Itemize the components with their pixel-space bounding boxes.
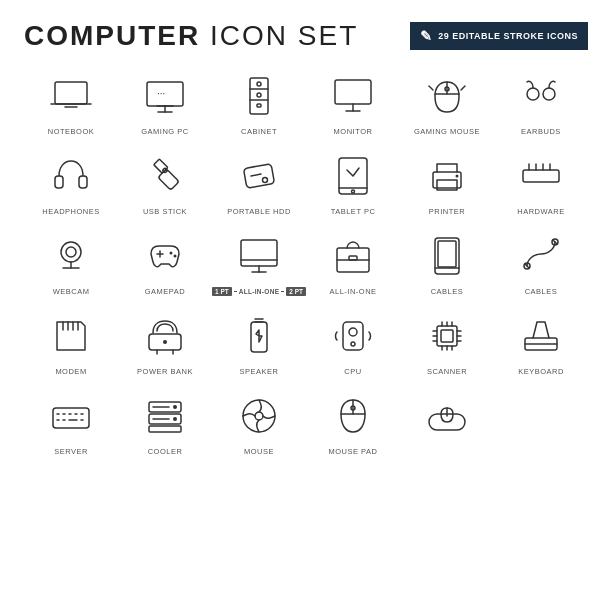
svg-point-43 [61,242,81,262]
svg-rect-38 [523,170,559,182]
svg-point-108 [173,405,177,409]
svg-rect-27 [154,159,168,173]
icon-cpu: SCANNER [400,310,494,376]
icon-label: TABLET PC [331,207,376,216]
icon-modem: POWER BANK [118,310,212,376]
icon-hardware: HARDWARE [494,150,588,216]
svg-point-113 [255,412,263,420]
icon-label: CABINET [241,127,277,136]
icon-tablet-case: CABLES [400,230,494,296]
svg-rect-14 [335,80,371,104]
icon-headphones: HEADPHONES [24,150,118,216]
icon-earbuds: EARBUDS [494,70,588,136]
icon-memory-card: MODEM [24,310,118,376]
svg-line-21 [461,86,465,90]
icon-label: ALL-IN-ONE [329,287,376,296]
svg-rect-0 [55,82,87,104]
icon-label: CPU [344,367,361,376]
icon-label: HARDWARE [517,207,564,216]
icon-all-in-one: 1 PT ALL-IN-ONE 2 PT [212,230,306,296]
icon-label: POWER BANK [137,367,193,376]
icon-label: MONITOR [334,127,373,136]
icon-printer: PRINTER [400,150,494,216]
icon-portable-hdd: PORTABLE HDD [212,150,306,216]
svg-rect-107 [149,426,181,432]
svg-point-77 [349,328,357,336]
svg-point-11 [257,82,261,86]
svg-rect-59 [438,241,456,267]
page-title: COMPUTER ICON SET [24,20,358,52]
svg-rect-95 [53,408,89,428]
svg-point-31 [263,178,268,183]
icon-cabinet: CABINET [212,70,306,136]
svg-point-34 [352,190,355,193]
icon-label: PORTABLE HDD [227,207,291,216]
icon-label: MOUSE PAD [329,447,378,456]
icon-label: CABLES [525,287,558,296]
svg-rect-51 [241,240,277,266]
svg-rect-79 [437,326,457,346]
icon-notebook: NOTEBOOK [24,70,118,136]
icon-usb-stick: USB STICK [118,150,212,216]
pts-row: 1 PT ALL-IN-ONE 2 PT [212,287,306,296]
icon-label: NOTEBOOK [48,127,95,136]
icon-label: SPEAKER [240,367,279,376]
icon-gamepad: GAMEPAD [118,230,212,296]
icon-monitor: MONITOR [306,70,400,136]
svg-point-50 [174,255,177,258]
svg-rect-25 [79,176,87,188]
icon-label: KEYBOARD [518,367,564,376]
icon-keyboard: SERVER [24,390,118,456]
icon-mouse: MOUSE PAD [306,390,400,456]
icon-gaming-pc: ··· GAMING PC [118,70,212,136]
icon-power-bank: SPEAKER [212,310,306,376]
icon-server: COOLER [118,390,212,456]
icon-mouse-pad [400,390,494,456]
icon-cooler: MOUSE [212,390,306,456]
icon-webcam: WEBCAM [24,230,118,296]
svg-point-37 [456,175,459,178]
svg-point-49 [170,252,173,255]
icon-laptop-bag: ALL-IN-ONE [306,230,400,296]
header: COMPUTER ICON SET ✎ 29 EDITABLE STROKE I… [24,20,588,52]
icon-label: EARBUDS [521,127,561,136]
svg-rect-13 [257,104,261,107]
svg-point-44 [66,247,76,257]
icon-label: SERVER [54,447,88,456]
icon-label: COOLER [148,447,183,456]
svg-point-112 [243,400,275,432]
icon-tablet-pc: TABLET PC [306,150,400,216]
icon-label: MODEM [55,367,86,376]
icon-label: PRINTER [429,207,465,216]
icon-scanner: KEYBOARD [494,310,588,376]
icon-label: USB STICK [143,207,187,216]
icon-label: MOUSE [244,447,274,456]
svg-point-72 [163,340,167,344]
svg-line-30 [251,174,261,176]
svg-rect-24 [55,176,63,188]
svg-rect-80 [441,330,453,342]
icon-label: SCANNER [427,367,467,376]
icon-label: CABLES [431,287,464,296]
svg-text:···: ··· [157,88,165,99]
svg-rect-29 [243,164,274,189]
badge: ✎ 29 EDITABLE STROKE ICONS [410,22,588,50]
svg-point-78 [351,342,355,346]
svg-point-23 [543,88,555,100]
svg-point-109 [173,417,177,421]
icon-label: GAMEPAD [145,287,185,296]
page: COMPUTER ICON SET ✎ 29 EDITABLE STROKE I… [0,0,612,612]
icon-gaming-mouse: GAMING MOUSE [400,70,494,136]
badge-text: 29 EDITABLE STROKE ICONS [438,31,578,41]
svg-rect-8 [250,78,268,114]
icon-label: HEADPHONES [42,207,100,216]
icon-label: GAMING PC [141,127,188,136]
icon-label: WEBCAM [53,287,90,296]
badge-icon: ✎ [420,28,433,44]
icon-label: GAMING MOUSE [414,127,480,136]
svg-point-22 [527,88,539,100]
svg-point-12 [257,93,261,97]
icon-cables: CABLES [494,230,588,296]
icon-speaker: CPU [306,310,400,376]
svg-line-20 [429,86,433,90]
